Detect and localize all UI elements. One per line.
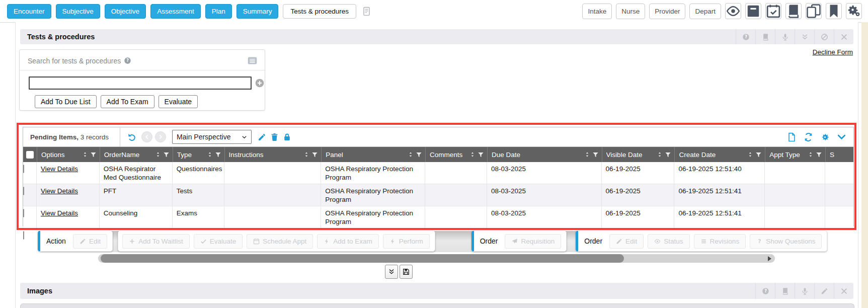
close-icon[interactable] xyxy=(834,283,853,299)
filter-icon[interactable] xyxy=(478,151,484,158)
book-icon[interactable] xyxy=(755,29,775,44)
evaluate-button[interactable]: Evaluate xyxy=(194,234,243,249)
chevron-right-icon[interactable] xyxy=(155,131,166,142)
nav-button-intake[interactable]: Intake xyxy=(582,4,612,19)
column-header-options[interactable]: Options xyxy=(37,147,100,162)
decline-form-link[interactable]: Decline Form xyxy=(813,48,853,56)
add-to-exam-button[interactable]: Add to Exam xyxy=(317,234,378,249)
undo-icon[interactable] xyxy=(125,131,139,143)
save-button[interactable] xyxy=(400,265,413,279)
help-circle-icon[interactable]: ? xyxy=(124,57,131,64)
filter-icon[interactable] xyxy=(90,151,97,158)
delete-perspective-icon[interactable] xyxy=(268,132,281,142)
column-header-appt-type[interactable]: Appt Type xyxy=(765,147,825,162)
list-icon[interactable] xyxy=(247,55,258,66)
view-details-link[interactable]: View Details xyxy=(41,165,78,173)
calendar-check-icon[interactable] xyxy=(765,3,781,19)
sort-icon[interactable] xyxy=(155,151,161,158)
form-page-icon[interactable] xyxy=(361,6,372,17)
add-to-due-list-button[interactable]: Add To Due List xyxy=(35,95,97,108)
help-circle-icon[interactable]: ? xyxy=(736,29,755,44)
column-header-s[interactable]: S xyxy=(825,147,853,162)
gear-icon[interactable] xyxy=(820,132,830,142)
filter-icon[interactable] xyxy=(311,151,318,158)
status-button[interactable]: Status xyxy=(648,234,689,249)
sort-icon[interactable] xyxy=(469,151,476,158)
add-to-exam-button[interactable]: Add To Exam xyxy=(101,95,154,108)
select-row-checkbox[interactable] xyxy=(23,209,24,217)
pencil-icon[interactable] xyxy=(814,283,834,299)
sort-icon[interactable] xyxy=(408,151,414,158)
sort-icon[interactable] xyxy=(82,151,88,158)
eye-icon[interactable] xyxy=(725,3,741,19)
column-header-instructions[interactable]: Instructions xyxy=(224,147,322,162)
sort-icon[interactable] xyxy=(207,151,213,158)
book-icon[interactable] xyxy=(785,3,802,19)
nav-button-provider[interactable]: Provider xyxy=(649,4,685,19)
filter-icon[interactable] xyxy=(416,151,422,158)
scrollbar-thumb[interactable] xyxy=(101,254,624,263)
column-header-due-date[interactable]: Due Date xyxy=(487,147,602,162)
nav-tab-assessment[interactable]: Assessment xyxy=(150,4,201,19)
new-page-icon[interactable] xyxy=(787,132,797,142)
close-icon[interactable] xyxy=(834,29,853,44)
filter-icon[interactable] xyxy=(816,151,822,158)
nav-tab-summary[interactable]: Summary xyxy=(236,4,279,19)
filter-icon[interactable] xyxy=(163,151,170,158)
chevron-double-down-icon[interactable] xyxy=(795,29,814,44)
scroll-right-arrow-icon[interactable] xyxy=(768,256,771,261)
nav-tab-plan[interactable]: Plan xyxy=(205,4,232,19)
perform-button[interactable]: Perform xyxy=(383,234,430,249)
filter-icon[interactable] xyxy=(665,151,671,158)
requisition-button[interactable]: Requisition xyxy=(505,234,561,249)
sort-icon[interactable] xyxy=(303,151,309,158)
schedule-appt-button[interactable]: Schedule Appt xyxy=(247,234,313,249)
archive-box-icon[interactable] xyxy=(745,3,761,19)
sort-icon[interactable] xyxy=(584,151,590,158)
chevron-left-icon[interactable] xyxy=(141,131,152,142)
sort-icon[interactable] xyxy=(747,151,753,158)
nav-button-depart[interactable]: Depart xyxy=(689,4,721,19)
add-to-waitlist-button[interactable]: Add To Waitlist xyxy=(122,234,190,249)
bookmark-icon[interactable] xyxy=(826,3,842,19)
revisions-button[interactable]: Revisions xyxy=(694,234,746,249)
edit-button[interactable]: Edit xyxy=(609,234,644,249)
refresh-icon[interactable] xyxy=(804,132,813,142)
sort-icon[interactable] xyxy=(657,151,663,158)
microphone-icon[interactable] xyxy=(775,29,795,44)
sort-icon[interactable] xyxy=(808,151,814,158)
view-details-link[interactable]: View Details xyxy=(41,209,78,217)
horizontal-scrollbar[interactable] xyxy=(98,254,775,263)
gears-icon[interactable] xyxy=(846,3,862,19)
column-header-panel[interactable]: Panel xyxy=(321,147,425,162)
book-icon[interactable] xyxy=(775,283,795,299)
copy-pages-icon[interactable] xyxy=(806,3,822,19)
column-header-visible-date[interactable]: Visible Date xyxy=(602,147,675,162)
lock-perspective-icon[interactable] xyxy=(281,132,293,142)
help-circle-icon[interactable]: ? xyxy=(755,283,775,299)
column-header-comments[interactable]: Comments xyxy=(425,147,487,162)
filter-icon[interactable] xyxy=(755,151,762,158)
nav-tab-encounter[interactable]: Encounter xyxy=(7,4,51,19)
select-row-checkbox[interactable] xyxy=(23,231,24,240)
evaluate-button[interactable]: Evaluate xyxy=(159,95,198,108)
column-header-type[interactable]: Type xyxy=(173,147,224,162)
nav-button-nurse[interactable]: Nurse xyxy=(616,4,645,19)
nav-tab-objective[interactable]: Objective xyxy=(105,4,146,19)
column-header-create-date[interactable]: Create Date xyxy=(674,147,765,162)
nav-tab-subjective[interactable]: Subjective xyxy=(56,4,100,19)
select-row-checkbox[interactable] xyxy=(23,165,24,173)
edit-perspective-icon[interactable] xyxy=(256,132,268,142)
search-input[interactable] xyxy=(29,76,252,90)
edit-button[interactable]: Edit xyxy=(73,234,107,249)
filter-icon[interactable] xyxy=(215,151,221,158)
collapse-section-button[interactable] xyxy=(385,265,398,279)
microphone-icon[interactable] xyxy=(795,283,814,299)
block-icon[interactable] xyxy=(814,29,834,44)
nav-tab-active-tests-procedures[interactable]: Tests & procedures xyxy=(283,4,356,19)
select-all-checkbox[interactable] xyxy=(26,151,34,159)
column-header-ordername[interactable]: OrderName xyxy=(100,147,173,162)
add-search-item-icon[interactable] xyxy=(255,78,265,88)
show-questions-button[interactable]: ?Show Questions xyxy=(750,234,822,249)
chevron-down-icon[interactable] xyxy=(837,132,846,142)
